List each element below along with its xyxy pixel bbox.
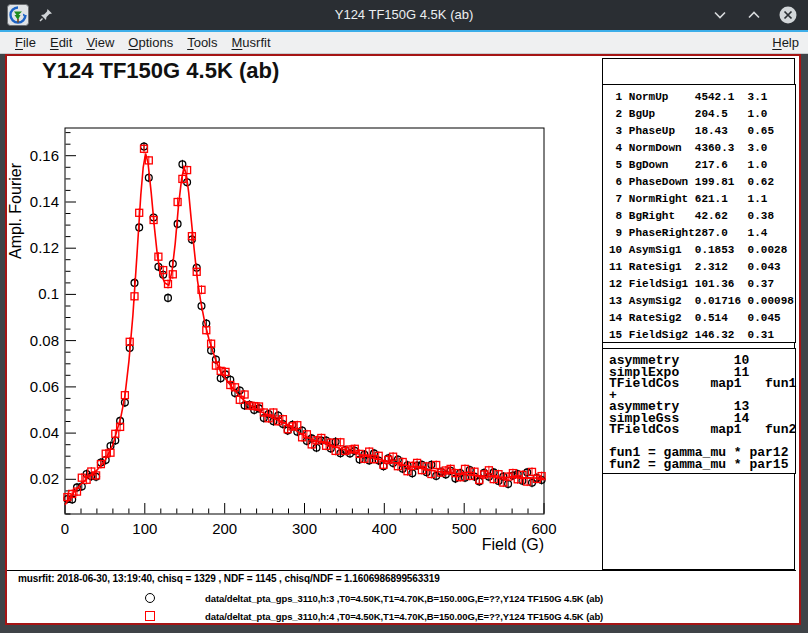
parameter-row: 1 NormUp 4542.1 3.1 [609,89,795,106]
parameter-row: 2 BgUp 204.5 1.0 [609,106,795,123]
svg-text:0.06: 0.06 [30,378,59,395]
fit-info-line: musrfit: 2018-06-30, 13:19:40, chisq = 1… [18,573,440,584]
footer-separator [7,570,796,571]
svg-text:0.16: 0.16 [30,147,59,164]
app-icon [7,4,29,26]
svg-text:0: 0 [61,520,69,537]
parameter-row: 15 FieldSig2 146.32 0.31 [609,327,795,344]
menu-help[interactable]: Help [763,32,808,53]
parameter-row: 9 PhaseRight287.0 1.4 [609,225,795,242]
svg-text:Ampl. Fourier: Ampl. Fourier [7,162,24,259]
parameter-row: 10 AsymSig1 0.1853 0.0028 [609,242,795,259]
parameter-row: 8 BgRight 42.62 0.38 [609,208,795,225]
svg-text:600: 600 [531,520,556,537]
parameter-row: 5 BgDown 217.6 1.0 [609,157,795,174]
maximize-button[interactable] [744,5,764,25]
svg-text:200: 200 [212,520,237,537]
svg-text:100: 100 [132,520,157,537]
theory-box: asymmetry 10 simplExpo 11 TFieldCos map1… [602,348,796,474]
svg-text:0.12: 0.12 [30,239,59,256]
parameter-box: 1 NormUp 4542.1 3.1 2 BgUp 204.5 1.0 3 P… [602,84,796,343]
plot-area[interactable]: 01002003004005006000.020.040.060.080.10.… [7,56,607,576]
menu-musrfit[interactable]: Musrfit [225,32,278,53]
legend-item: data/deltat_pta_gps_3110,h:3 ,T0=4.50K,T… [7,592,787,606]
svg-text:400: 400 [372,520,397,537]
minimize-icon [712,7,728,23]
close-button[interactable] [778,5,798,25]
svg-text:Field (G): Field (G) [482,536,544,553]
close-icon [778,5,798,25]
parameter-row: 13 AsymSig2 0.01716 0.00098 [609,293,795,310]
parameter-row: 11 RateSig1 2.312 0.043 [609,259,795,276]
titlebar: Y124 TF150G 4.5K (ab) [0,0,808,30]
legend-square-marker [145,611,155,621]
root-canvas[interactable]: Y124 TF150G 4.5K (ab) 010020030040050060… [5,54,801,625]
menu-items: FileEditViewOptionsToolsMusrfit [0,32,278,53]
legend-label: data/deltat_pta_gps_3110,h:4 ,T0=4.50K,T… [205,611,603,622]
menu-view[interactable]: View [79,32,121,53]
menu-options[interactable]: Options [121,32,180,53]
svg-text:500: 500 [452,520,477,537]
svg-text:0.04: 0.04 [30,424,59,441]
parameter-row: 14 RateSig2 0.514 0.045 [609,310,795,327]
application-window: Y124 TF150G 4.5K (ab) FileEditViewOp [0,0,808,633]
legend-circle-marker [145,593,155,603]
parameter-row: 6 PhaseDown 199.81 0.62 [609,174,795,191]
legend-label: data/deltat_pta_gps_3110,h:3 ,T0=4.50K,T… [205,593,603,604]
parameter-row: 4 NormDown 4360.3 3.0 [609,140,795,157]
svg-text:0.1: 0.1 [38,285,59,302]
svg-text:0.08: 0.08 [30,332,59,349]
maximize-icon [746,7,762,23]
parameter-row: 3 PhaseUp 18.43 0.65 [609,123,795,140]
menubar: FileEditViewOptionsToolsMusrfit Help [0,30,808,54]
svg-text:300: 300 [292,520,317,537]
parameter-row: 12 FieldSig1 101.36 0.37 [609,276,795,293]
menu-tools[interactable]: Tools [180,32,224,53]
parameter-row: 7 NormRight 621.1 1.1 [609,191,795,208]
theory-text: asymmetry 10 simplExpo 11 TFieldCos map1… [609,355,795,470]
minimize-button[interactable] [710,5,730,25]
menu-file[interactable]: File [8,32,43,53]
svg-text:0.02: 0.02 [30,470,59,487]
fourier-plot[interactable]: 01002003004005006000.020.040.060.080.10.… [7,56,607,576]
window-title: Y124 TF150G 4.5K (ab) [335,0,474,30]
legend-item: data/deltat_pta_gps_3110,h:4 ,T0=4.50K,T… [7,610,787,624]
pin-icon[interactable] [38,7,54,23]
menu-edit[interactable]: Edit [43,32,79,53]
svg-text:0.14: 0.14 [30,193,59,210]
